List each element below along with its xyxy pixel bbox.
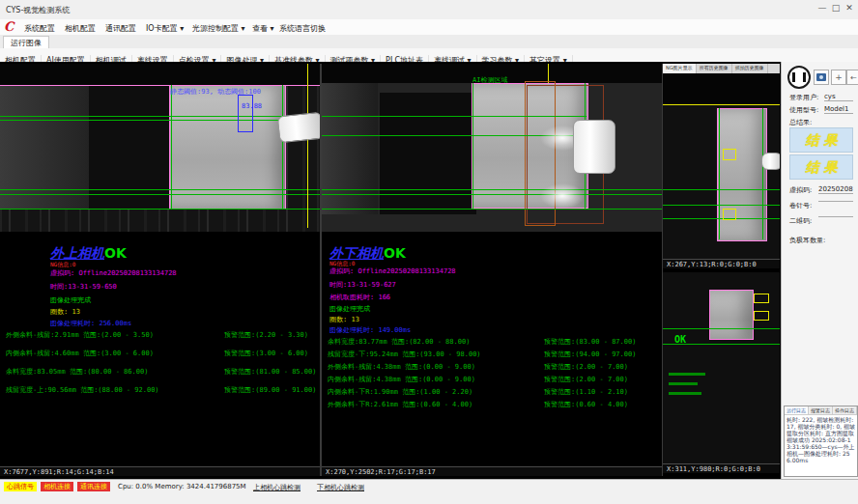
lower-time: 时间:13-31-59-627 [329,280,396,290]
measurement-name: 外侧余料-残留:4.38mm 范围:(0.00 - 9.00) [328,362,544,372]
lower-camera-image[interactable]: AI检测区域 [322,64,662,232]
tab-run-log[interactable]: 运行日志 [785,406,809,414]
tab-alarm-log[interactable]: 报警日志 [809,406,833,414]
separator-film-region [717,108,767,241]
upper-turn-count: 圈数: 13 [50,307,80,317]
measurement-name: 外侧余料-残留:2.91mm 范围:(2.00 - 3.50) [6,330,224,340]
zoom-button[interactable]: + [831,70,846,85]
back-button[interactable]: ← [846,70,858,85]
width-roi-box [238,95,253,132]
measurement-name: 余料宽度:83.77mm 范围:(82.00 - 88.00) [328,337,544,347]
measurement-row: 内侧余料-下R:1.90mm 范围:(1.00 - 2.20)预警范围:(1.1… [328,387,628,397]
comm-connect-badge: 通讯连接 [77,482,110,491]
measurement-warn-range: 预警范围:(94.00 - 97.00) [544,350,636,359]
virtual-code-label: 虚拟码: [789,185,812,195]
lower-process-time: 图像处理耗时: 149.00ms [329,325,411,335]
tab-ng-image[interactable]: NG图片显示 [663,64,697,73]
detail-image-view: OK X:311,Y:980;R:0;G:0;B:0 [663,272,780,473]
separator-film-region [709,290,754,340]
minimize-button[interactable]: — [815,3,829,13]
result-display-1: 结 果 [789,127,853,153]
tab-strip: 运行图像 [0,35,858,49]
upper-camera-name: 外上相机 [50,245,104,261]
measurement-row: 残留宽度-下:95.24mm 范围:(93.00 - 98.00)预警范围:(9… [328,350,636,359]
image-display-button[interactable] [814,70,829,85]
measurement-name: 余料宽度:83.05mm 范围:(80.00 - 86.00) [6,367,224,377]
heartbeat-status-badge: 心跳信号 [4,482,37,491]
toolbar: 相机配置AI使用配置相机调试离线设置点检设置 ▾图像处理 ▾基准线参数 ▾测试项… [0,48,858,63]
menu-comm-config[interactable]: 通讯配置 [102,22,139,35]
pause-button[interactable] [787,66,811,89]
tab-capture-history[interactable]: 抓拍历史图像 [732,64,768,73]
measurement-row: 内侧余料-残留:4.60mm 范围:(3.00 - 6.00)预警范围:(3.0… [6,349,308,358]
log-panel: 运行日志报警日志操作日志 耗时: 222, 褶皱检测耗时: 17, 褶皱分类耗时… [784,406,858,477]
roi-marker [723,209,736,220]
menu-light-config[interactable]: 光源控制配置 ▾ [189,22,248,35]
upper-process-time: 图像处理耗时: 256.00ms [50,319,131,328]
measurement-name: 内侧余料-下R:1.90mm 范围:(1.00 - 2.20) [328,387,544,397]
measurement-row: 残留宽度-上:90.56mm 范围:(88.00 - 92.00)预警范围:(8… [6,385,316,395]
upper-camera-view: 83.88 静态阈值:93, 动态阈值:100 外上相机OK NG信息:0 虚拟… [0,64,320,476]
measurement-name: 外侧余料-下R:2.61mm 范围:(0.60 - 4.00) [328,400,544,409]
measurement-warn-range: 预警范围:(2.00 - 7.00) [544,375,628,384]
lower-turn-count: 圈数: 13 [329,315,359,324]
measurement-row: 余料宽度:83.05mm 范围:(80.00 - 86.00)预警范围:(81.… [6,367,316,377]
maximize-button[interactable]: □ [829,3,843,13]
negative-tab-count-label: 负极耳数量: [789,236,825,245]
measurement-name: 残留宽度-上:90.56mm 范围:(88.00 - 92.00) [6,385,224,395]
measurement-warn-range: 预警范围:(2.20 - 3.30) [224,330,308,340]
menu-language-switch[interactable]: 系统语言切换 [276,22,329,35]
separator-film-region [169,85,286,210]
width-measure-label: 83.88 [242,102,262,110]
tab-operation-log[interactable]: 操作日志 [833,406,857,414]
measurement-row: 余料宽度:83.77mm 范围:(82.00 - 88.00)预警范围:(83.… [328,337,636,347]
measurement-row: 外侧余料-下R:2.61mm 范围:(0.60 - 4.00)预警范围:(0.6… [328,400,628,409]
upper-time: 时间:13-31-59-650 [50,282,117,292]
qr-code-label: 二维码: [789,216,812,226]
measurement-name: 残留宽度-下:95.24mm 范围:(93.00 - 98.00) [328,350,544,359]
electrode-tab-glow [540,183,585,209]
lower-cursor-coords: X:270,Y:2502;R:17;G:17;B:17 [322,466,662,476]
menu-io-config[interactable]: IO卡配置 ▾ [143,22,186,35]
upper-virtual-code: 虚拟码: Offline20250208133134728 [50,268,177,278]
cpu-memory-status: Cpu: 0.0% Memory: 3424.41796875M [118,483,246,490]
result-display-2: 结 果 [789,154,853,180]
detail-info-line [669,373,705,376]
measurement-name: 内侧余料-残留:4.38mm 范围:(0.00 - 9.00) [328,375,544,384]
ng-view-cursor-coords: X:267,Y:13;R:0;G:0;B:0 [663,259,780,268]
total-result-label: 总结果: [789,118,812,127]
camera-icon [816,73,826,81]
menu-system-config[interactable]: 系统配置 [21,22,58,35]
upper-result-title: 外上相机OK [50,243,127,263]
virtual-code-value: 20250208 [818,185,853,194]
log-tabs: 运行日志报警日志操作日志 [785,406,857,415]
app-logo-icon: C [4,20,17,34]
ng-image-canvas[interactable] [663,73,780,259]
model-value: Model1 [824,105,853,114]
tab-all-history[interactable]: 所有历史图像 [697,64,732,73]
menu-camera-config[interactable]: 相机配置 [62,22,99,35]
lower-camera-heartbeat-check[interactable]: 下相机心跳检测 [317,483,364,492]
measurement-warn-range: 预警范围:(1.10 - 2.10) [544,387,628,397]
roi-marker [754,311,769,321]
measurement-row: 外侧余料-残留:4.38mm 范围:(0.00 - 9.00)预警范围:(2.0… [328,362,628,372]
status-bar: 心跳信号 相机连接 通讯连接 Cpu: 0.0% Memory: 3424.41… [0,479,858,504]
upper-camera-image[interactable]: 83.88 静态阈值:93, 动态阈值:100 [0,64,320,232]
log-text: 耗时: 222, 褶皱检测耗时: 17, 褶皱分类耗时: 0, 褶皱提取分区耗时… [785,415,857,464]
detail-result-ok: OK [674,334,686,345]
history-image-tabs: NG图片显示所有历史图像抓拍历史图像 [663,64,780,73]
window-title: CYS-视觉检测系统 [6,5,70,15]
arrow-left-icon: ← [850,73,857,82]
close-button[interactable]: ✕ [843,3,856,13]
gripper-blob [277,112,320,144]
detail-image-canvas[interactable]: OK [663,272,780,463]
detail-view-cursor-coords: X:311,Y:980;R:0;G:0;B:0 [663,463,780,473]
measurement-row: 内侧余料-残留:4.38mm 范围:(0.00 - 9.00)预警范围:(2.0… [328,375,628,384]
camera-connect-badge: 相机连接 [41,482,73,491]
upper-cursor-coords: X:7677,Y:891;R:14;G:14;B:14 [0,466,320,476]
measurement-warn-range: 预警范围:(0.60 - 4.00) [544,400,628,409]
lower-camera-name: 外下相机 [329,245,384,261]
menu-bar: C 系统配置 相机配置 通讯配置 IO卡配置 ▾ 光源控制配置 ▾ 查看 ▾ 系… [0,19,858,35]
upper-camera-heartbeat-check[interactable]: 上相机心跳检测 [253,483,300,492]
menu-view[interactable]: 查看 ▾ [249,22,277,35]
